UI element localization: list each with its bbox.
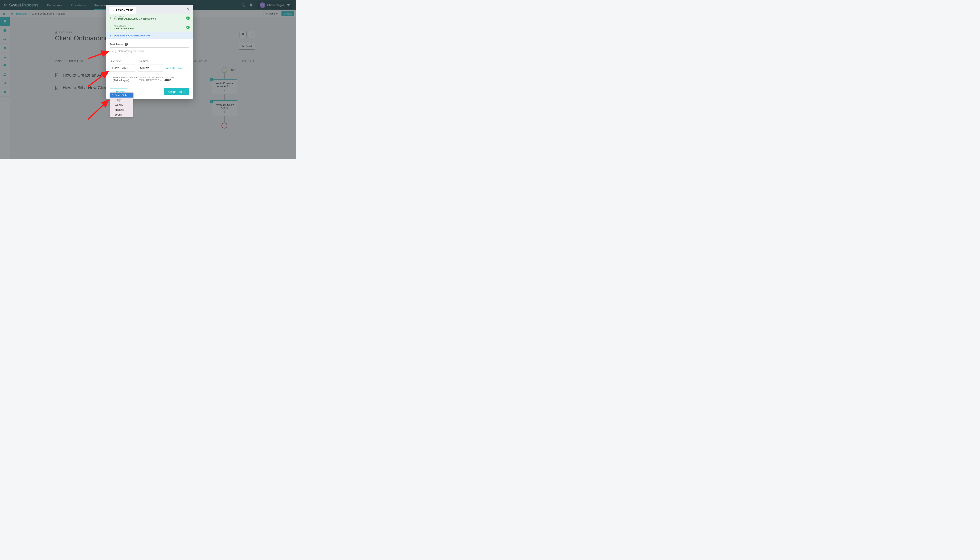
step-2-value: CHRIS ODOGWU [114,27,135,30]
step-2-num: 2 [110,26,111,29]
step-document[interactable]: 1 DOCUMENT CLIENT ONBOARDING PROCESS [106,14,193,23]
task-name-label-text: Task Name [110,43,124,46]
check-icon [186,17,190,20]
repeat-option-yearly[interactable]: Yearly [110,112,133,117]
add-start-time-link[interactable]: Add start time [166,67,183,72]
chevron-right-icon: › [184,90,185,93]
task-repetition-display: TASK REPETITION: Once [139,78,189,82]
modal-tab-assign[interactable]: ASSIGN TASK [109,7,137,14]
step-3-num: 3 [110,34,111,37]
hint-tz: (Africa/Lagos) [113,79,129,82]
task-rep-label: TASK REPETITION: [139,79,162,82]
due-time-input[interactable] [138,64,163,72]
task-name-label: Task Name ? [110,43,189,46]
step-assignees[interactable]: 2 ASSIGNEES CHRIS ODOGWU [106,23,193,32]
step-1-label: DOCUMENT [114,16,156,18]
assign-task-button[interactable]: Assign Task › [164,88,189,95]
help-icon[interactable]: ? [125,43,128,46]
modal-tab-label: ASSIGN TASK [116,9,133,12]
repeat-select-wrap: Once Only Once Only Daily Weekly Monthly… [110,92,134,98]
due-time-label: Due time [138,60,163,63]
step-due-date[interactable]: 3 DUE DATE AND RECURRING [106,32,193,39]
due-date-label: Due date [110,60,135,63]
step-2-label: ASSIGNEES [114,25,135,27]
step-1-num: 1 [110,17,111,20]
repeat-dropdown: Once Only Daily Weekly Monthly Yearly [110,92,133,117]
modal-body: Task Name ? Due date Due time Add start … [106,39,193,85]
user-icon [112,9,114,12]
due-date-input[interactable] [110,64,135,72]
step-3-value: DUE DATE AND RECURRING [114,34,150,37]
task-rep-value: Once [164,78,172,82]
repeat-option-once[interactable]: Once Only [110,93,133,98]
modal-close-button[interactable]: ✕ [186,7,190,12]
assign-task-modal: ASSIGN TASK ✕ 1 DOCUMENT CLIENT ONBOARDI… [106,5,193,99]
modal-tabbar: ASSIGN TASK ✕ [106,5,193,14]
task-name-input[interactable] [110,47,189,55]
repeat-option-daily[interactable]: Daily [110,98,133,102]
check-icon [186,26,190,29]
repeat-option-monthly[interactable]: Monthly [110,107,133,112]
assign-label: Assign Task [168,90,183,93]
repeat-option-weekly[interactable]: Weekly [110,102,133,107]
step-1-value: CLIENT ONBOARDING PROCESS [114,18,156,21]
